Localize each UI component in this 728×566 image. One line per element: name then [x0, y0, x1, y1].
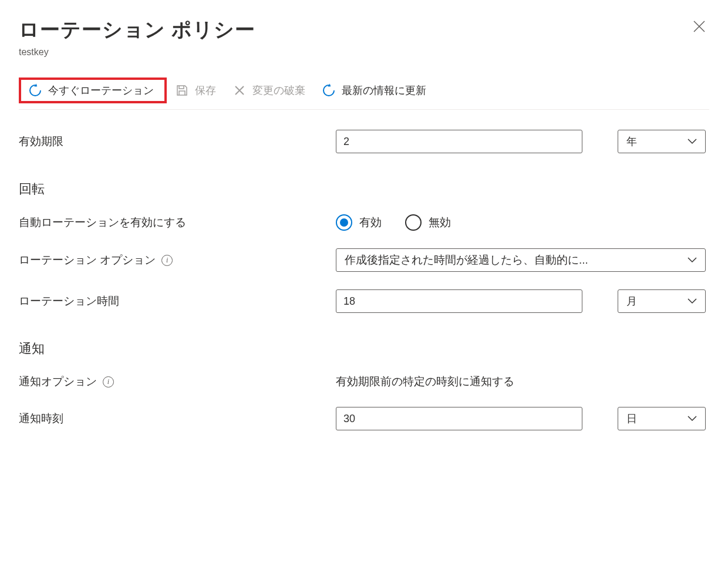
rotation-time-unit-select[interactable]: 月 — [618, 289, 706, 313]
info-icon[interactable]: i — [161, 255, 173, 266]
radio-disabled[interactable]: 無効 — [405, 214, 451, 231]
chevron-down-icon — [687, 416, 697, 422]
rotate-now-label: 今すぐローテーション — [48, 83, 154, 97]
chevron-down-icon — [687, 257, 697, 263]
notification-time-unit-select[interactable]: 日 — [618, 407, 706, 430]
save-icon — [175, 83, 189, 97]
chevron-down-icon — [687, 139, 697, 144]
rotation-time-label: ローテーション時間 — [19, 294, 336, 309]
radio-enabled[interactable]: 有効 — [336, 214, 382, 231]
close-button[interactable] — [689, 16, 709, 36]
notification-section-title: 通知 — [19, 340, 709, 358]
rotation-section-title: 回転 — [19, 180, 709, 198]
refresh-icon — [322, 83, 336, 97]
rotation-time-unit-value: 月 — [626, 294, 637, 308]
discard-button: 変更の破棄 — [224, 80, 314, 101]
rotate-icon — [28, 83, 42, 97]
rotation-option-select[interactable]: 作成後指定された時間が経過したら、自動的に... — [336, 248, 706, 272]
expiry-input[interactable] — [336, 130, 582, 153]
expiry-unit-select[interactable]: 年 — [618, 130, 706, 153]
close-icon — [692, 19, 707, 34]
rotation-option-value: 作成後指定された時間が経過したら、自動的に... — [345, 252, 588, 268]
notification-time-input[interactable] — [336, 407, 582, 430]
rotate-now-button[interactable]: 今すぐローテーション — [19, 78, 167, 103]
save-button: 保存 — [167, 80, 224, 101]
save-label: 保存 — [195, 83, 216, 97]
radio-enabled-label: 有効 — [359, 215, 382, 230]
notification-option-label: 通知オプション — [19, 374, 97, 389]
discard-icon — [232, 83, 247, 97]
notification-option-value: 有効期限前の特定の時刻に通知する — [336, 374, 514, 389]
radio-circle-enabled — [336, 214, 352, 231]
toolbar: 今すぐローテーション 保存 変更の破棄 最新の情報に更新 — [19, 78, 709, 110]
chevron-down-icon — [687, 298, 697, 304]
refresh-button[interactable]: 最新の情報に更新 — [314, 80, 434, 101]
discard-label: 変更の破棄 — [252, 83, 305, 97]
info-icon[interactable]: i — [103, 376, 114, 388]
notification-time-unit-value: 日 — [626, 412, 637, 426]
rotation-option-label: ローテーション オプション — [19, 252, 156, 268]
expiry-unit-value: 年 — [626, 134, 637, 149]
auto-rotation-label: 自動ローテーションを有効にする — [19, 215, 336, 230]
rotation-time-input[interactable] — [336, 289, 582, 313]
refresh-label: 最新の情報に更新 — [342, 83, 426, 97]
radio-disabled-label: 無効 — [429, 215, 451, 230]
radio-circle-disabled — [405, 214, 422, 231]
page-title: ローテーション ポリシー — [19, 16, 255, 43]
expiry-label: 有効期限 — [19, 134, 336, 149]
page-subtitle: testkey — [19, 47, 255, 58]
notification-time-label: 通知時刻 — [19, 411, 336, 426]
